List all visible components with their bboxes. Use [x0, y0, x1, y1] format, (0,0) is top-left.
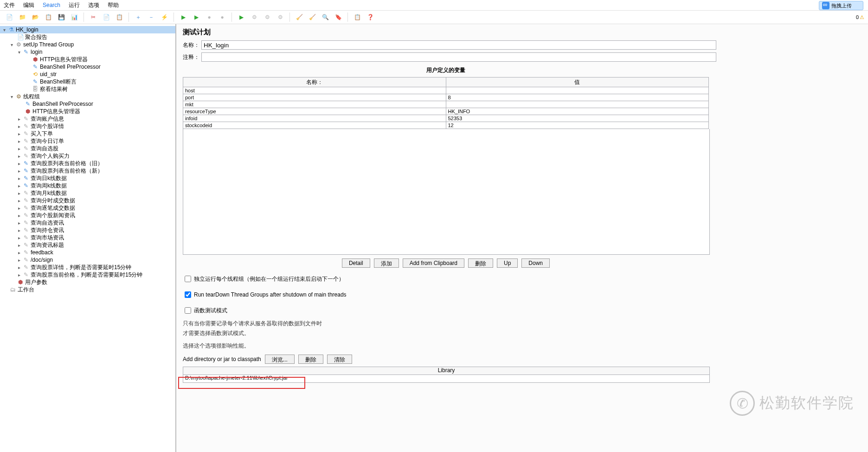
tree-item[interactable]: ▸✎查询市场资讯	[0, 234, 175, 241]
menu-help[interactable]: 帮助	[108, 1, 119, 9]
collapse-button[interactable]: －	[146, 12, 157, 23]
tree-item[interactable]: ✎BeanShell PreProcessor	[0, 63, 175, 71]
menu-options[interactable]: 选项	[88, 1, 99, 9]
reset-search-button[interactable]: 🔖	[333, 12, 344, 23]
tree-item[interactable]: 🗂工作台	[0, 286, 175, 293]
tree-item[interactable]: ▸✎查询持仓资讯	[0, 226, 175, 234]
function-helper-button[interactable]: 📋	[352, 12, 363, 23]
save-as-button[interactable]: 📊	[69, 12, 80, 23]
tree-item[interactable]: ▸✎feedback	[0, 249, 175, 256]
library-cell[interactable]: D:\mytool\apache-jmeter-2.11\lib\ext\Cry…	[183, 375, 709, 382]
paste-button[interactable]: 📋	[114, 12, 125, 23]
test-plan-tree[interactable]: ▾⚗HK_login 📄聚合报告 ▾⚙setUp Thread Group ▾✎…	[0, 24, 176, 452]
save-button[interactable]: 💾	[56, 12, 67, 23]
tree-item[interactable]: ▸✎查询个股详情	[0, 123, 175, 130]
col-name[interactable]: 名称：	[183, 77, 446, 87]
start-no-pause-button[interactable]: ▶	[191, 12, 202, 23]
menu-edit[interactable]: 编辑	[23, 1, 34, 9]
tree-item[interactable]: ▾⚙线程组	[0, 93, 175, 100]
add-button[interactable]: 添加	[374, 258, 399, 268]
tree-item[interactable]: ▸✎查询月k线数据	[0, 189, 175, 197]
help-button[interactable]: ❓	[365, 12, 376, 23]
clear-classpath-button[interactable]: 清除	[327, 355, 352, 364]
tree-item[interactable]: ▸✎查询日k线数据	[0, 174, 175, 182]
stop-button[interactable]: ●	[204, 12, 215, 23]
tree-item[interactable]: 🗄察看结果树	[0, 85, 175, 93]
sampler-icon: ✎	[22, 49, 30, 55]
table-row[interactable]: host	[183, 87, 709, 94]
functional-checkbox[interactable]	[185, 307, 191, 314]
tree-item[interactable]: ⬢用户参数	[0, 278, 175, 286]
start-button[interactable]: ▶	[178, 12, 189, 23]
sampler-icon: ✎	[22, 145, 30, 152]
menu-run[interactable]: 运行	[69, 1, 80, 9]
col-value[interactable]: 值	[446, 77, 709, 87]
tree-item[interactable]: ⟲uid_str	[0, 71, 175, 78]
delete-button[interactable]: 删除	[468, 258, 493, 268]
user-vars-table[interactable]: 名称： 值 host port8 mkt resourceTypeHK_INFO…	[183, 77, 709, 129]
table-row[interactable]: infoid52353	[183, 115, 709, 122]
userparams-icon: ⬢	[17, 279, 24, 285]
table-row[interactable]: stockcodeid12	[183, 122, 709, 129]
up-button[interactable]: Up	[497, 258, 518, 268]
tree-item[interactable]: ✎BeanShell断言	[0, 78, 175, 85]
tree-item[interactable]: ▸✎查询周k线数据	[0, 182, 175, 189]
library-table[interactable]: Library D:\mytool\apache-jmeter-2.11\lib…	[183, 367, 710, 383]
tree-item[interactable]: ▸✎查询股票当前价格，判断是否需要延时15分钟	[0, 271, 175, 278]
delete-classpath-button[interactable]: 删除	[298, 355, 323, 364]
tree-item[interactable]: ▾✎login	[0, 48, 175, 56]
tree-root[interactable]: ▾⚗HK_login	[0, 26, 175, 33]
name-input[interactable]	[201, 40, 716, 50]
tree-item[interactable]: ▸✎查询股票列表当前价格（新）	[0, 167, 175, 174]
tree-item[interactable]: ▸✎/doc/sign	[0, 256, 175, 264]
copy-button[interactable]: 📄	[101, 12, 112, 23]
library-header[interactable]: Library	[183, 367, 709, 375]
search-button[interactable]: 🔍	[320, 12, 331, 23]
remote-stop-button[interactable]: ⚙	[262, 12, 273, 23]
tree-item[interactable]: ✎BeanShell PreProcessor	[0, 100, 175, 108]
tree-item[interactable]: ▾⚙setUp Thread Group	[0, 41, 175, 48]
upload-pill[interactable]: 拖拽上传	[819, 1, 863, 10]
tree-item[interactable]: ▸✎查询资讯标题	[0, 241, 175, 249]
tree-item[interactable]: 📄聚合报告	[0, 33, 175, 41]
tree-item[interactable]: ⬢HTTP信息头管理器	[0, 108, 175, 115]
toggle-button[interactable]: ⚡	[159, 12, 170, 23]
tree-item[interactable]: ▸✎查询个股新闻资讯	[0, 212, 175, 219]
menu-search[interactable]: Search	[43, 2, 60, 8]
tree-item[interactable]: ▸✎查询逐笔成交数据	[0, 204, 175, 212]
clear-button[interactable]: 🧹	[294, 12, 305, 23]
down-button[interactable]: Down	[521, 258, 550, 268]
open-button[interactable]: 📂	[30, 12, 41, 23]
tree-item[interactable]: ▸✎买入下单	[0, 130, 175, 137]
remote-stop-all-button[interactable]: ⚙	[275, 12, 286, 23]
browse-button[interactable]: 浏览...	[265, 355, 295, 364]
comment-input[interactable]	[201, 52, 716, 62]
tree-item[interactable]: ▸✎查询股票详情，判断是否需要延时15分钟	[0, 264, 175, 271]
remote-start-button[interactable]: ▶	[236, 12, 247, 23]
cut-button[interactable]: ✂	[88, 12, 99, 23]
new-button[interactable]: 📄	[4, 12, 15, 23]
remote-start-all-button[interactable]: ⚙	[249, 12, 260, 23]
detail-button[interactable]: Detail	[342, 258, 370, 268]
tree-item[interactable]: ▸✎查询自选股	[0, 145, 175, 152]
add-clipboard-button[interactable]: Add from Clipboard	[403, 258, 464, 268]
tree-item[interactable]: ▸✎查询自选资讯	[0, 219, 175, 226]
table-row[interactable]: mkt	[183, 101, 709, 108]
table-row[interactable]: port8	[183, 94, 709, 101]
tree-item[interactable]: ⬢HTTP信息头管理器	[0, 56, 175, 63]
table-row[interactable]: resourceTypeHK_INFO	[183, 108, 709, 115]
tree-item[interactable]: ▸✎查询今日订单	[0, 137, 175, 145]
tree-item[interactable]: ▸✎查询个人购买力	[0, 152, 175, 160]
menu-file[interactable]: 文件	[4, 1, 15, 9]
templates-button[interactable]: 📁	[17, 12, 28, 23]
header-icon: ⬢	[32, 56, 39, 63]
tree-item[interactable]: ▸✎查询账户信息	[0, 115, 175, 123]
close-button[interactable]: 📋	[43, 12, 54, 23]
clear-all-button[interactable]: 🧹	[307, 12, 318, 23]
expand-button[interactable]: ＋	[133, 12, 144, 23]
teardown-checkbox[interactable]	[185, 291, 191, 298]
serial-checkbox[interactable]	[185, 276, 191, 282]
shutdown-button[interactable]: ●	[217, 12, 228, 23]
tree-item[interactable]: ▸✎查询分时成交数据	[0, 197, 175, 204]
tree-item[interactable]: ▸✎查询股票列表当前价格（旧）	[0, 160, 175, 167]
